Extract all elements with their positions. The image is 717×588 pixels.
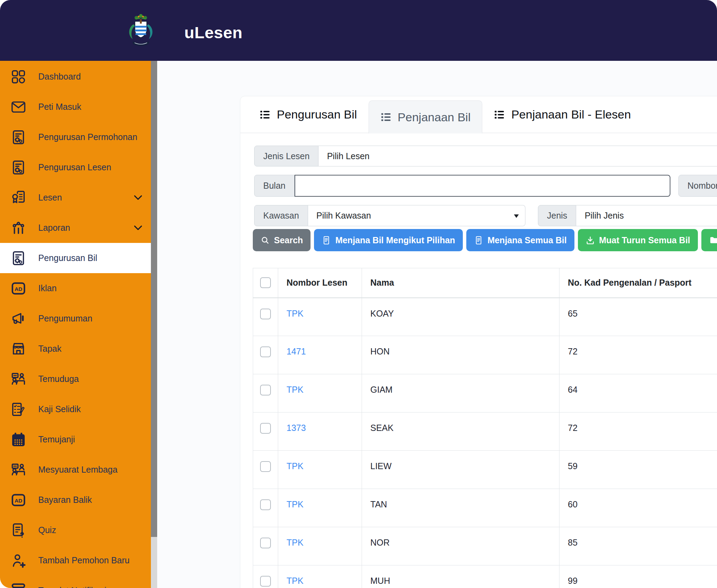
tab-penjanaan-bil[interactable]: Penjanaan Bil [369,100,483,133]
ulesen-app-window: uLesen Dashboard Peti Masuk Pengurusan P… [0,0,717,588]
jenis-lesen-label: Jenis Lesen [254,146,319,166]
kawasan-select[interactable]: Pilih Kawasan [308,205,525,226]
sidebar-item-quiz[interactable]: Quiz [0,515,151,545]
jenis-lesen-group: Jenis Lesen Pilih Lesen [254,146,717,166]
sidebar-item-templat-notifikasi[interactable]: Templat Notifikasi [0,575,151,588]
table-header-row: Nombor Lesen Nama No. Kad Pengenalan / P… [253,268,717,298]
nombor-lesen-link[interactable]: TPK [287,461,304,471]
ad-badge-icon [10,280,26,296]
sidebar-item-temujanji[interactable]: Temujanji [0,424,151,455]
search-icon [260,236,270,245]
sidebar-item-label: Kaji Selidik [38,404,81,414]
sidebar-item-iklan[interactable]: Iklan [0,273,151,303]
no-kad-cell: 72 [559,413,717,451]
nombor-lesen-link[interactable]: 1373 [287,423,306,433]
sidebar-item-tambah-pemohon-baru[interactable]: Tambah Pemohon Baru [0,545,151,575]
sidebar-item-kaji-selidik[interactable]: Kaji Selidik [0,394,151,424]
dropdown-caret-icon [514,214,519,220]
nama-cell: SEAK [362,413,559,451]
app-title: uLesen [184,0,243,63]
license-certificate-icon [10,190,26,206]
nombor-lesen-link[interactable]: TPK [287,309,304,318]
jenis-lesen-select[interactable]: Pilih Lesen [319,146,717,166]
sidebar-scrollbar-thumb[interactable] [151,61,157,537]
row-checkbox[interactable] [260,461,271,472]
tab-label: Penjanaan Bil - Elesen [511,108,631,121]
sidebar-item-peti-masuk[interactable]: Peti Masuk [0,92,151,122]
sidebar-item-tapak[interactable]: Tapak [0,334,151,364]
row-checkbox[interactable] [260,499,271,510]
sidebar-item-pengurusan-lesen[interactable]: Pengurusan Lesen [0,152,151,182]
sidebar-item-temuduga[interactable]: Temuduga [0,364,151,394]
sidebar-item-pengurusan-permohonan[interactable]: Pengurusan Permohonan [0,122,151,152]
sidebar-item-mesyuarat-lembaga[interactable]: Mesyuarat Lembaga [0,455,151,485]
sidebar-item-label: Iklan [38,283,57,293]
bulan-input[interactable] [295,175,670,197]
nombor-lesen-link[interactable]: TPK [287,385,304,394]
nama-cell: MUH [362,565,559,588]
table-row: TPK TAN 60 [253,489,717,527]
sidebar-item-pengumuman[interactable]: Pengumuman [0,303,151,334]
sidebar-item-dashboard[interactable]: Dashboard [0,62,151,92]
survey-clipboard-icon [10,401,26,417]
sidebar-item-lesen[interactable]: Lesen [0,182,151,213]
jenis-group: Jenis Pilih Jenis [538,205,717,226]
sidebar-item-label: Pengumuman [38,313,92,324]
ad-badge-icon [10,492,26,508]
menjana-semua-bil-button[interactable]: Menjana Semua Bil [466,229,574,251]
action-button-row: Search Menjana Bil Mengikut Pilihan Menj… [253,229,717,251]
folder-button[interactable] [701,229,717,251]
select-all-checkbox[interactable] [260,277,271,288]
quiz-document-icon [10,522,26,538]
row-checkbox[interactable] [260,346,271,357]
tab-pengurusan-bil[interactable]: Pengurusan Bil [248,96,369,133]
jenis-select[interactable]: Pilih Jenis [576,205,717,226]
nama-cell: KOAY [362,298,559,336]
dashboard-grid-icon [10,69,26,85]
sidebar-scrollbar[interactable] [151,61,157,588]
table-row: TPK LIEW 59 [253,451,717,489]
tab-penjanaan-bil-elesen[interactable]: Penjanaan Bil - Elesen [482,96,642,133]
row-checkbox[interactable] [260,576,271,587]
row-checkbox[interactable] [260,309,271,319]
sidebar-item-bayaran-balik[interactable]: Bayaran Balik [0,485,151,515]
nombor-lesen-link[interactable]: TPK [287,576,304,586]
chevron-down-icon [134,224,143,231]
download-icon [586,236,595,245]
sidebar-item-laporan[interactable]: Laporan [0,213,151,243]
row-checkbox[interactable] [260,385,271,395]
bill-table: Nombor Lesen Nama No. Kad Pengenalan / P… [253,268,717,588]
app-header: uLesen [0,0,717,61]
table-row: TPK MUH 99 [253,565,717,588]
interview-icon [10,371,26,387]
search-button[interactable]: Search [253,229,311,251]
list-icon [494,109,505,120]
sidebar-item-label: Templat Notifikasi [38,586,106,588]
sidebar-item-label: Lesen [38,193,62,203]
kawasan-label: Kawasan [254,205,308,226]
no-kad-cell: 99 [559,565,717,588]
tab-bar: Pengurusan Bil Penjanaan Bil Penjanaan B… [240,96,717,133]
no-kad-cell: 59 [559,451,717,489]
muat-turun-semua-bil-button[interactable]: Muat Turun Semua Bil [578,229,698,251]
nama-cell: LIEW [362,451,559,489]
table-row: TPK GIAM 64 [253,374,717,413]
content-card: Pengurusan Bil Penjanaan Bil Penjanaan B… [240,96,717,588]
menjana-bil-mengikut-pilihan-button[interactable]: Menjana Bil Mengikut Pilihan [314,229,462,251]
sidebar-item-label: Temuduga [38,374,79,384]
inbox-envelope-icon [10,99,26,115]
bill-icon [474,236,483,245]
sidebar-item-label: Tapak [38,344,62,354]
sidebar-item-label: Dashboard [38,72,81,82]
no-kad-cell: 65 [559,298,717,336]
nombor-lesen-link[interactable]: TPK [287,499,304,509]
sidebar-item-pengurusan-bil[interactable]: Pengurusan Bil [0,243,151,273]
list-icon [259,109,271,120]
row-checkbox[interactable] [260,423,271,434]
table-row: TPK NOR 85 [253,527,717,565]
nombor-lesen-link[interactable]: TPK [287,538,304,547]
nombor-lesen-group: Nombor Lesen [678,175,717,197]
sidebar-item-label: Peti Masuk [38,102,81,112]
nombor-lesen-link[interactable]: 1471 [287,346,306,356]
row-checkbox[interactable] [260,538,271,548]
